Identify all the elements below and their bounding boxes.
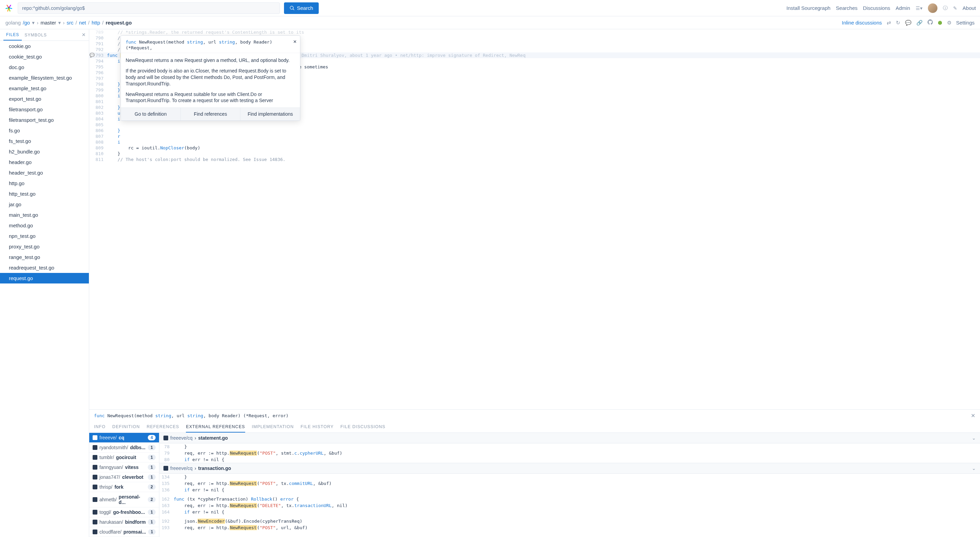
close-icon[interactable]: ✕ [293, 38, 297, 44]
bc-repo[interactable]: /go [23, 20, 30, 25]
file-item[interactable]: proxy_test.go [0, 241, 89, 252]
ref-file-header[interactable]: freeeve/cq › transaction.go⌄ [159, 463, 980, 474]
code-line[interactable]: 809 rc = ioutil.NopCloser(body) [89, 145, 980, 151]
repo-item[interactable]: harukasan/bindform1 [89, 517, 159, 527]
nav-searches[interactable]: Searches [836, 5, 858, 11]
file-item[interactable]: fs.go [0, 125, 89, 136]
inline-discussions-link[interactable]: Inline discussions [842, 20, 882, 25]
file-item[interactable]: http.go [0, 178, 89, 189]
feedback-icon[interactable]: ✎ [953, 5, 957, 11]
toggle-panel-icon[interactable]: ⇄ [887, 20, 891, 26]
repo-item[interactable]: thrisp/fork2 [89, 482, 159, 492]
file-item[interactable]: cookie.go [0, 41, 89, 51]
repo-item[interactable]: fanngyuan/vitess1 [89, 462, 159, 472]
close-icon[interactable]: ✕ [971, 413, 975, 419]
avatar[interactable] [928, 3, 937, 13]
ref-line[interactable]: 162func (tx *cypherTransaction) Rollback… [159, 496, 980, 502]
extension-icon[interactable]: ⬢ [938, 20, 942, 26]
file-item[interactable]: request.go [0, 273, 89, 283]
ref-line[interactable]: 164 if err != nil { [159, 509, 980, 515]
discussion-icon[interactable]: 💬 [905, 20, 912, 26]
panel-tab[interactable]: FILE HISTORY [301, 422, 334, 432]
bc-branch[interactable]: master [41, 20, 56, 25]
ref-file-header[interactable]: freeeve/cq › statement.go⌄ [159, 433, 980, 443]
file-item[interactable]: example_test.go [0, 83, 89, 94]
settings-link[interactable]: Settings [956, 20, 975, 25]
find-implementations-button[interactable]: Find implementations [240, 108, 300, 121]
search-input[interactable] [22, 5, 275, 11]
file-item[interactable]: example_filesystem_test.go [0, 73, 89, 83]
file-item[interactable]: readrequest_test.go [0, 262, 89, 273]
file-item[interactable]: range_test.go [0, 252, 89, 262]
file-item[interactable]: fs_test.go [0, 136, 89, 146]
ref-line[interactable]: 78 } [159, 443, 980, 450]
bc-seg-1[interactable]: net [79, 20, 86, 25]
nav-discussions[interactable]: Discussions [863, 5, 890, 11]
nav-about[interactable]: About [963, 5, 976, 11]
ref-line[interactable]: 135 req, err := http.NewRequest("POST", … [159, 480, 980, 487]
logo[interactable] [4, 3, 14, 13]
repo-item[interactable]: cloudflare/promsai...1 [89, 527, 159, 537]
go-to-definition-button[interactable]: Go to definition [121, 108, 181, 121]
file-item[interactable]: doc.go [0, 62, 89, 73]
code-line[interactable]: 806 } [89, 128, 980, 133]
panel-tab[interactable]: IMPLEMENTATION [252, 422, 294, 432]
file-item[interactable]: jar.go [0, 199, 89, 210]
file-item[interactable]: http_test.go [0, 189, 89, 199]
file-item[interactable]: header.go [0, 157, 89, 167]
tab-symbols[interactable]: SYMBOLS [22, 30, 49, 40]
help-icon[interactable]: ⓘ [943, 5, 948, 11]
ref-line[interactable]: 79 req, err := http.NewRequest("POST", s… [159, 450, 980, 456]
link-icon[interactable]: 🔗 [916, 20, 923, 26]
repo-item[interactable]: freeeve/cq4 [89, 433, 159, 443]
file-item[interactable]: method.go [0, 220, 89, 231]
file-item[interactable]: filetransport_test.go [0, 115, 89, 125]
panel-tab[interactable]: INFO [94, 422, 105, 432]
code-line[interactable]: 811 // The host's colon:port should be n… [89, 157, 980, 162]
ref-line[interactable]: 136 if err != nil { [159, 487, 980, 493]
nav-admin[interactable]: Admin [896, 5, 910, 11]
ref-line[interactable]: 192 json.NewEncoder(&buf).Encode(cypherT… [159, 518, 980, 524]
search-button[interactable]: Search [284, 2, 319, 14]
ref-line[interactable]: 193 req, err := http.NewRequest("POST", … [159, 524, 980, 531]
code-line[interactable]: 805 [89, 122, 980, 128]
repo-item[interactable]: jonas747/cleverbot1 [89, 472, 159, 482]
file-item[interactable]: filetransport.go [0, 104, 89, 115]
repo-item[interactable]: tumblr/gocircuit1 [89, 453, 159, 462]
chevron-down-icon[interactable]: ⌄ [972, 466, 976, 471]
ref-line[interactable]: 163 req, err := http.NewRequest("DELETE"… [159, 502, 980, 509]
gear-icon[interactable]: ⚙ [947, 20, 951, 26]
ref-line[interactable]: 80 if err != nil { [159, 456, 980, 463]
file-item[interactable]: main_test.go [0, 210, 89, 220]
chevron-down-icon[interactable]: ▾ [32, 20, 35, 26]
panel-tab[interactable]: FILE DISCUSSIONS [340, 422, 385, 432]
code-line[interactable]: 807 r [89, 133, 980, 139]
file-item[interactable]: cookie_test.go [0, 51, 89, 62]
github-icon[interactable] [928, 19, 933, 26]
bc-seg-0[interactable]: src [67, 20, 73, 25]
code-line[interactable]: 789 // *strings.Reader, the returned req… [89, 29, 980, 35]
ref-line[interactable]: 134 } [159, 474, 980, 480]
close-icon[interactable]: × [82, 31, 86, 38]
file-item[interactable]: h2_bundle.go [0, 146, 89, 157]
nav-install[interactable]: Install Sourcegraph [787, 5, 830, 11]
menu-icon[interactable]: ☰▾ [916, 5, 923, 11]
history-icon[interactable]: ↻ [896, 20, 900, 26]
search-box[interactable] [18, 2, 280, 14]
file-item[interactable]: header_test.go [0, 167, 89, 178]
repo-item[interactable]: ryandotsmith/ddbs...1 [89, 443, 159, 453]
panel-tab[interactable]: EXTERNAL REFERENCES [186, 422, 245, 432]
panel-tab[interactable]: DEFINITION [112, 422, 140, 432]
panel-tab[interactable]: REFERENCES [147, 422, 179, 432]
code-line[interactable]: 810 } [89, 151, 980, 157]
file-item[interactable]: npn_test.go [0, 231, 89, 241]
repo-item[interactable]: toggl/go-freshboo...1 [89, 507, 159, 517]
bc-owner[interactable]: golang [5, 20, 21, 25]
bc-seg-2[interactable]: http [92, 20, 100, 25]
file-item[interactable]: export_test.go [0, 94, 89, 104]
chevron-down-icon[interactable]: ⌄ [972, 435, 976, 441]
repo-item[interactable]: ahmetb/personal-d...2 [89, 492, 159, 507]
chevron-down-icon[interactable]: ▾ [58, 20, 61, 26]
find-references-button[interactable]: Find references [181, 108, 241, 121]
code-line[interactable]: 808 i [89, 139, 980, 145]
